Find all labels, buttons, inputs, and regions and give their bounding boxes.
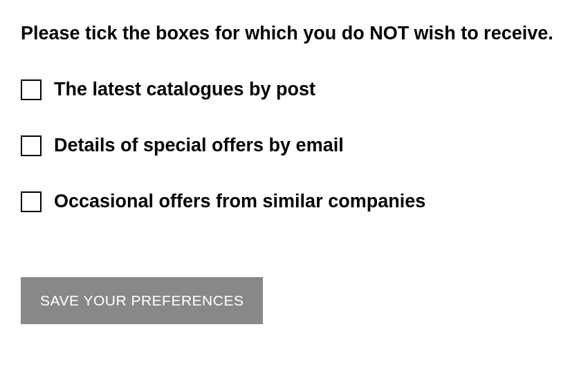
checkbox-group: The latest catalogues by post Details of… <box>21 79 567 212</box>
checkbox-item-special-offers: Details of special offers by email <box>21 135 567 156</box>
save-preferences-button[interactable]: SAVE YOUR PREFERENCES <box>21 277 263 324</box>
checkbox-label-occasional-offers[interactable]: Occasional offers from similar companies <box>54 191 425 212</box>
checkbox-special-offers[interactable] <box>21 135 42 156</box>
checkbox-label-catalogues[interactable]: The latest catalogues by post <box>54 79 315 100</box>
checkbox-item-catalogues: The latest catalogues by post <box>21 79 567 100</box>
checkbox-label-special-offers[interactable]: Details of special offers by email <box>54 135 344 156</box>
checkbox-catalogues[interactable] <box>21 79 42 100</box>
checkbox-item-occasional-offers: Occasional offers from similar companies <box>21 191 567 212</box>
checkbox-occasional-offers[interactable] <box>21 191 42 212</box>
preferences-heading: Please tick the boxes for which you do N… <box>21 21 560 46</box>
